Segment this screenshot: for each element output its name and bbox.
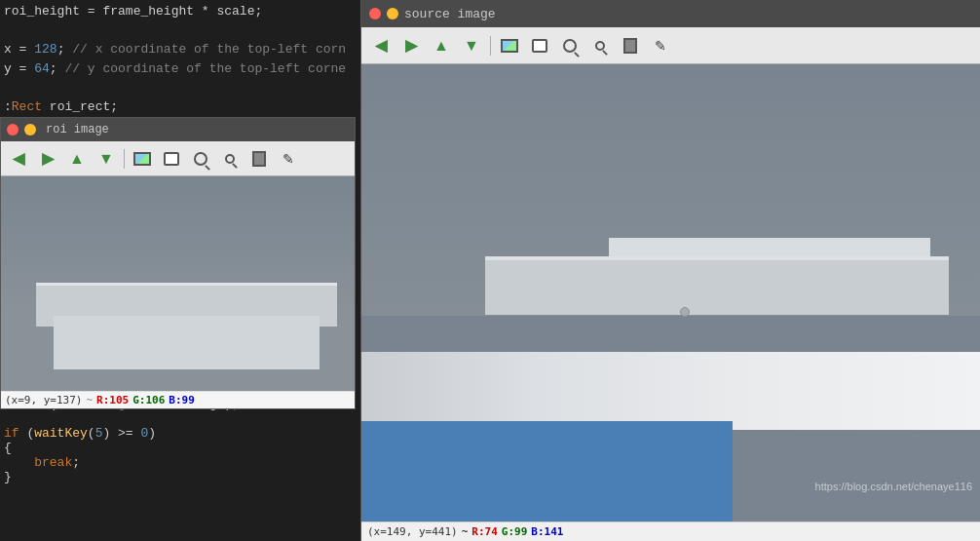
source-image-area: https://blog.csdn.net/chenaye116 <box>361 64 980 522</box>
zoom-in-button[interactable] <box>187 145 214 173</box>
src-g-value: G:99 <box>502 525 528 538</box>
src-zoom-out-icon <box>595 41 605 51</box>
arrow-up-icon: ▲ <box>69 150 85 168</box>
nav-right-button[interactable]: ▶ <box>34 145 61 173</box>
src-arrow-right-icon: ▶ <box>405 36 417 55</box>
src-nav-right-button[interactable]: ▶ <box>397 32 425 59</box>
code-line: y = 64; // y coordinate of the top-left … <box>4 59 357 79</box>
zoom-in-icon <box>194 152 207 166</box>
arrow-right-icon: ▶ <box>42 149 54 168</box>
pencil-icon: ✎ <box>283 151 294 167</box>
code-line: :Rect roi_rect; <box>4 97 357 117</box>
src-blue-box <box>361 421 733 522</box>
roi-b-value: B:99 <box>169 394 195 406</box>
source-image-window: source image ◀ ▶ ▲ ▼ ✎ https://blog.csdn… <box>360 0 980 541</box>
toolbar-separator <box>124 149 125 169</box>
roi-coords: (x=9, y=137) <box>5 394 82 406</box>
code-line: roi_height = frame_height * scale; <box>4 2 357 21</box>
src-b-value: B:141 <box>531 525 563 538</box>
roi-r-value: R:105 <box>96 394 129 406</box>
roi-image-area <box>1 176 355 391</box>
src-pencil-icon: ✎ <box>655 38 666 54</box>
roi-status-bar: (x=9, y=137) ~ R:105 G:106 B:99 <box>1 391 355 408</box>
image-select-button[interactable] <box>129 145 156 173</box>
src-coords: (x=149, y=441) <box>367 525 458 538</box>
src-save-button[interactable] <box>617 32 644 59</box>
roi-window-title: roi image <box>46 123 109 136</box>
save-button[interactable] <box>245 145 273 173</box>
src-nav-down-button[interactable]: ▼ <box>458 32 485 59</box>
zoom-out-button[interactable] <box>216 145 244 173</box>
src-r-value: R:74 <box>471 525 498 538</box>
image-icon <box>133 152 151 166</box>
roi-toolbar: ◀ ▶ ▲ ▼ ✎ <box>1 141 355 176</box>
src-image-select-button[interactable] <box>496 32 523 59</box>
nav-down-button[interactable]: ▼ <box>93 145 120 173</box>
src-screw-1 <box>680 307 690 317</box>
src-nav-up-button[interactable]: ▲ <box>428 32 455 59</box>
src-image-icon <box>501 39 518 53</box>
source-close-button[interactable] <box>369 8 381 19</box>
save-icon <box>252 151 266 167</box>
source-titlebar: source image <box>361 0 980 27</box>
src-tilde: ~ <box>462 525 469 538</box>
src-arrow-up-icon: ▲ <box>433 37 449 55</box>
code-panel: roi_height = frame_height * scale; x = 1… <box>0 0 360 541</box>
arrow-left-icon: ◀ <box>13 149 24 168</box>
src-nav-left-button[interactable]: ◀ <box>367 32 395 59</box>
src-pencil-button[interactable]: ✎ <box>647 32 674 59</box>
pencil-button[interactable]: ✎ <box>275 145 302 173</box>
nav-left-button[interactable]: ◀ <box>5 145 32 173</box>
roi-titlebar: roi image <box>1 118 355 141</box>
roi-image-window: roi image ◀ ▶ ▲ ▼ ✎ (x=9, y=137 <box>0 117 356 409</box>
minimize-button[interactable] <box>24 124 36 135</box>
arrow-down-icon: ▼ <box>98 150 114 168</box>
src-zoom-in-icon <box>563 39 577 53</box>
close-button[interactable] <box>7 124 19 135</box>
src-bubble-icon <box>532 39 547 53</box>
src-status-bar: (x=149, y=441) ~ R:74 G:99 B:141 <box>361 522 980 541</box>
watermark: https://blog.csdn.net/chenaye116 <box>815 481 972 492</box>
roi-scene <box>1 176 355 391</box>
bubble-icon <box>164 152 179 166</box>
src-zoom-in-button[interactable] <box>556 32 584 59</box>
code-line: { <box>4 441 357 455</box>
code-line: x = 128; // x coordinate of the top-left… <box>4 40 357 59</box>
zoom-out-icon <box>225 154 235 164</box>
roi-shelf-bottom <box>54 316 319 369</box>
code-bottom: imshow("roi image", roi_image); if (wait… <box>0 395 360 541</box>
src-shelf-white <box>361 352 980 430</box>
src-zoom-out-button[interactable] <box>586 32 614 59</box>
code-line: break; <box>4 455 357 470</box>
src-annotation-button[interactable] <box>526 32 553 59</box>
src-ceiling-fixture <box>485 256 949 315</box>
code-line: if (waitKey(5) >= 0) <box>4 426 357 441</box>
annotation-button[interactable] <box>158 145 185 173</box>
roi-g-value: G:106 <box>132 394 165 406</box>
tilde-separator: ~ <box>86 394 93 406</box>
code-top: roi_height = frame_height * scale; x = 1… <box>0 0 360 117</box>
src-arrow-left-icon: ◀ <box>375 36 387 55</box>
source-minimize-button[interactable] <box>387 8 398 19</box>
source-toolbar: ◀ ▶ ▲ ▼ ✎ <box>361 27 980 64</box>
code-line <box>4 78 357 97</box>
code-line <box>4 411 357 426</box>
nav-up-button[interactable]: ▲ <box>63 145 91 173</box>
src-save-icon <box>623 38 637 54</box>
src-arrow-down-icon: ▼ <box>464 37 479 55</box>
code-line: } <box>4 470 357 484</box>
source-window-title: source image <box>404 7 496 21</box>
src-toolbar-sep <box>490 36 491 56</box>
code-line <box>4 21 357 41</box>
